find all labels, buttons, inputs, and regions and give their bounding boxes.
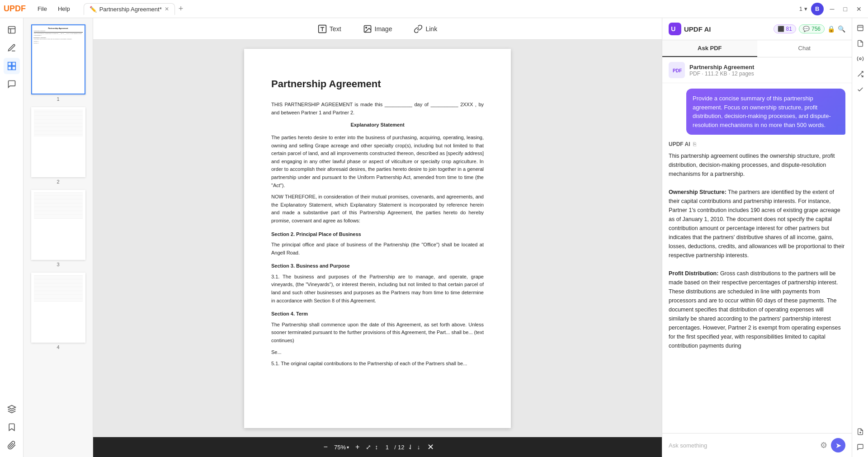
content-area: Text Image <box>93 18 662 457</box>
right-icon-bottom-1[interactable] <box>854 425 867 438</box>
sidebar-icon-comment[interactable] <box>4 76 20 92</box>
svg-rect-6 <box>12 66 15 70</box>
text-icon <box>318 24 327 33</box>
sidebar-icon-pages[interactable] <box>4 58 20 74</box>
doc-section3-title: Section 3. Business and Purpose <box>271 262 484 270</box>
ai-badge-messages: 💬 756 <box>799 24 825 33</box>
ai-badge-coins: ⬛ 81 <box>774 24 796 33</box>
ai-input-field[interactable] <box>669 442 816 449</box>
document-container[interactable]: Partnership Agreement THIS PARTNERSHIP A… <box>93 40 662 437</box>
menu-file[interactable]: File <box>33 4 52 14</box>
thumbnail-num-3: 3 <box>57 262 59 267</box>
link-tool-button[interactable]: Link <box>408 22 443 36</box>
file-size: 111.2 KB <box>705 71 727 77</box>
doc-explanatory-text: The parties hereto desire to enter into … <box>271 134 484 189</box>
file-details: Partnership Agreement PDF · 111.2 KB · 1… <box>689 64 754 77</box>
user-avatar[interactable]: B <box>811 3 824 15</box>
thumbnail-3[interactable]: 3 <box>24 187 93 270</box>
search-icon[interactable]: 🔍 <box>838 25 845 33</box>
right-icons-panel <box>852 18 868 457</box>
text-tool-label: Text <box>330 25 341 33</box>
ai-header-right: ⬛ 81 💬 756 🔒 🔍 <box>774 24 845 33</box>
doc-intro: THIS PARTNERSHIP AGREEMENT is made this … <box>271 101 484 117</box>
ai-file-info: PDF Partnership Agreement PDF · 111.2 KB… <box>662 57 852 83</box>
sidebar-icon-bookmark[interactable] <box>4 419 20 435</box>
ai-input-area: ⚙ ➤ <box>662 433 852 457</box>
zoom-in-button[interactable]: + <box>353 441 362 453</box>
thumbnail-image-2 <box>31 107 85 177</box>
zoom-out-button[interactable]: − <box>321 441 330 453</box>
user-message-wrapper: Provide a concise summary of this partne… <box>669 89 845 135</box>
tab-close-button[interactable]: ✕ <box>165 6 169 12</box>
ai-sender-label: UPDF AI <box>669 140 690 149</box>
fit-page-button[interactable]: ⤢ <box>366 443 371 451</box>
bottom-bar-close-button[interactable]: ✕ <box>427 442 434 452</box>
next-page-button[interactable]: ↓ <box>417 443 420 451</box>
page-separator: / <box>394 444 396 451</box>
tab-partnership-agreement[interactable]: ✏️ Partnership Agreement* ✕ <box>84 3 175 15</box>
link-icon <box>414 24 423 33</box>
doc-section2-title: Section 2. Principal Place of Business <box>271 231 484 239</box>
tab-chat[interactable]: Chat <box>757 40 852 57</box>
text-tool-button[interactable]: Text <box>312 22 347 36</box>
updf-logo: UPDF <box>4 4 26 14</box>
right-icon-5[interactable] <box>854 83 867 96</box>
ai-badge-icon: ⬛ <box>778 26 784 32</box>
svg-rect-0 <box>8 27 15 33</box>
tab-label: Partnership Agreement* <box>99 6 162 13</box>
thumbnail-image-3 <box>31 190 85 260</box>
page-info: / 12 <box>382 444 404 451</box>
right-icon-bottom-2[interactable] <box>854 441 867 453</box>
toolbar: Text Image <box>93 18 662 40</box>
maximize-button[interactable]: □ <box>841 5 850 14</box>
doc-section4-title: Section 4. Term <box>271 310 484 318</box>
right-icon-3[interactable] <box>854 52 867 65</box>
doc-section4-text: The Partnership shall commence upon the … <box>271 321 484 345</box>
ai-response: UPDF AI ⎘ This partnership agreement out… <box>669 140 845 350</box>
doc-explanatory-title: Explanatory Statement <box>271 121 484 129</box>
image-tool-button[interactable]: Image <box>358 22 398 36</box>
ai-send-button[interactable]: ➤ <box>831 438 845 452</box>
ai-badge-value: 81 <box>786 26 792 32</box>
sidebar-icon-organize[interactable] <box>4 401 20 417</box>
file-type-icon: PDF <box>669 62 685 78</box>
image-tool-label: Image <box>375 25 392 33</box>
fit-width-button[interactable]: ↕ <box>375 443 378 451</box>
ai-logo: U UPDF AI <box>669 23 711 35</box>
svg-rect-4 <box>12 62 15 66</box>
zoom-dropdown-icon[interactable]: ▾ <box>347 445 349 450</box>
ai-tabs: Ask PDF Chat <box>662 40 852 57</box>
svg-text:U: U <box>671 25 675 33</box>
main-layout: Partnership Agreement Partnership Agreem… <box>0 18 868 457</box>
thumbnail-1[interactable]: Partnership Agreement Partnership Agreem… <box>24 22 93 104</box>
link-tool-label: Link <box>425 25 437 33</box>
right-icon-1[interactable] <box>854 22 867 34</box>
user-message: Provide a concise summary of this partne… <box>686 89 845 135</box>
menu-help[interactable]: Help <box>53 4 75 14</box>
current-page-input[interactable] <box>382 444 392 451</box>
sidebar-icon-edit[interactable] <box>4 22 20 38</box>
doc-section5-partial: Se... <box>271 349 484 357</box>
ai-sender-row: UPDF AI ⎘ <box>669 140 845 149</box>
thumbnail-2[interactable]: 2 <box>24 104 93 187</box>
lock-icon[interactable]: 🔒 <box>827 25 835 33</box>
sidebar-icon-annotate[interactable] <box>4 40 20 56</box>
ai-panel-header: U UPDF AI ⬛ 81 💬 756 🔒 🔍 <box>662 18 852 40</box>
ai-response-intro: This partnership agreement outlines the … <box>669 153 835 177</box>
right-icon-4[interactable] <box>854 68 867 80</box>
copy-button[interactable]: ⎘ <box>693 140 696 149</box>
prev-page-button[interactable]: ⇃ <box>408 443 413 451</box>
close-button[interactable]: ✕ <box>854 5 864 14</box>
titlebar-right: 1 ▾ B ─ □ ✕ <box>799 3 864 15</box>
ai-profit-text: Gross cash distributions to the partners… <box>669 270 841 349</box>
tab-ask-pdf[interactable]: Ask PDF <box>662 40 757 57</box>
ai-attach-button[interactable]: ⚙ <box>820 440 827 450</box>
minimize-button[interactable]: ─ <box>827 5 837 14</box>
zoom-level-display: 75% <box>334 444 346 451</box>
file-meta: PDF · 111.2 KB · 12 pages <box>689 71 754 77</box>
thumbnail-4[interactable]: 4 <box>24 270 93 353</box>
page-indicator[interactable]: 1 ▾ <box>799 5 807 12</box>
right-icon-2[interactable] <box>854 37 867 50</box>
new-tab-button[interactable]: + <box>179 4 184 14</box>
sidebar-icon-attachment[interactable] <box>4 437 20 453</box>
